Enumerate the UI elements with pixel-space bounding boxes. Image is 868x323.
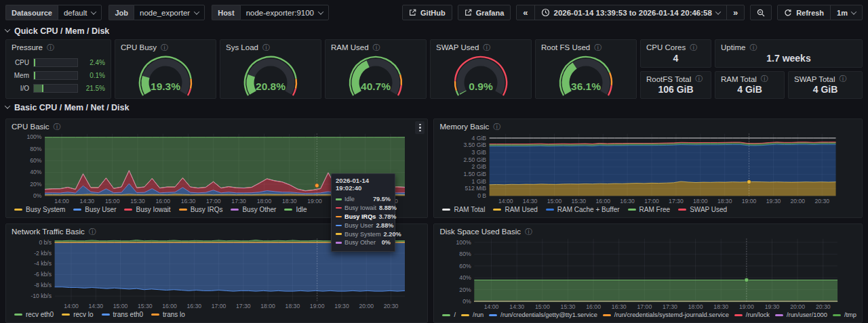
svg-text:16:00: 16:00 (596, 198, 611, 204)
legend-item-busy-iowait[interactable]: Busy Iowait (124, 206, 170, 213)
info-icon[interactable]: ⓘ (695, 75, 703, 83)
legend-series-name: Busy IRQs (191, 206, 223, 213)
legend-item-idle[interactable]: Idle (284, 206, 307, 213)
info-icon[interactable]: ⓘ (262, 44, 270, 51)
grafana-link-button[interactable]: Grafana (458, 5, 511, 20)
legend-item-tmp[interactable]: /tmp (833, 311, 856, 318)
info-icon[interactable]: ⓘ (89, 228, 96, 236)
row-quick-cpu-mem-disk[interactable]: Quick CPU / Mem / Disk (0, 22, 868, 39)
legend-series-name: Busy Other (242, 206, 276, 213)
svg-text:19:00: 19:00 (739, 303, 754, 310)
tooltip-row-busy-irqs: Busy IRQs3.78% (336, 213, 391, 221)
info-icon[interactable]: ⓘ (690, 44, 697, 51)
svg-text:40%: 40% (460, 274, 472, 281)
legend-series-name: / (454, 311, 456, 318)
svg-text:17:30: 17:30 (669, 198, 684, 204)
variable-host-dropdown[interactable]: node-exporter:9100 (240, 5, 329, 20)
svg-text:14:00: 14:00 (498, 198, 513, 204)
zoom-out-button[interactable] (750, 5, 772, 20)
legend-item-recv-eth0[interactable]: recv eth0 (14, 311, 54, 318)
info-icon[interactable]: ⓘ (749, 44, 757, 51)
panel-title-text: CPU Busy (121, 43, 157, 51)
legend-item-trans-lo[interactable]: trans lo (151, 311, 185, 318)
svg-text:14:00: 14:00 (64, 303, 79, 309)
legend-item-[interactable]: / (442, 311, 456, 318)
legend-item-trans-eth0[interactable]: trans eth0 (102, 311, 143, 318)
memory-basic-chart[interactable]: 4 GiB3.50 GiB3 GiB2.50 GiB2 GiB1.50 GiB1… (434, 131, 862, 205)
tooltip-row-idle: Idle79.5% (336, 195, 391, 204)
refresh-icon (784, 9, 792, 17)
panel-title-text: Sys Load (226, 43, 258, 51)
legend-item-run-lock[interactable]: /run/lock (734, 311, 770, 318)
panel-title-text: SWAP Total (794, 75, 835, 83)
pressure-bar-gauge (33, 84, 78, 93)
refresh-button[interactable]: Refresh (777, 5, 831, 20)
variable-job-dropdown[interactable]: node_exporter (134, 5, 205, 20)
variable-datasource-dropdown[interactable]: default (58, 5, 102, 20)
info-icon[interactable]: ⓘ (161, 44, 168, 51)
legend-item-recv-lo[interactable]: recv lo (62, 311, 93, 318)
info-icon[interactable]: ⓘ (493, 123, 500, 131)
double-right-arrow-icon: » (733, 8, 738, 17)
legend-item-busy-user[interactable]: Busy User (73, 206, 116, 213)
external-link-icon (465, 9, 472, 16)
svg-text:100%: 100% (26, 133, 41, 140)
legend-series-name: /run (473, 311, 484, 318)
legend-item-run[interactable]: /run (461, 311, 484, 318)
svg-text:16:30: 16:30 (181, 198, 196, 204)
legend-item-busy-system[interactable]: Busy System (14, 206, 65, 213)
time-range-picker[interactable]: 2026-01-14 13:39:53 to 2026-01-14 20:46:… (534, 5, 727, 20)
legend-item-run-credentials-systemd-journald-service[interactable]: /run/credentials/systemd-journald.servic… (603, 311, 729, 318)
info-icon[interactable]: ⓘ (47, 44, 54, 51)
refresh-interval-dropdown[interactable]: 1m (830, 5, 863, 20)
info-icon[interactable]: ⓘ (840, 75, 847, 83)
legend-series-name: Busy User (85, 206, 116, 213)
legend-item-busy-other[interactable]: Busy Other (231, 206, 276, 213)
svg-text:2 GiB: 2 GiB (472, 163, 487, 170)
svg-text:20:00: 20:00 (359, 303, 374, 309)
github-link-button[interactable]: GitHub (402, 5, 452, 20)
legend-series-color (62, 314, 70, 316)
legend-series-color (734, 314, 743, 316)
legend-series-name: RAM Total (454, 206, 485, 213)
legend-item-ram-used[interactable]: RAM Used (493, 206, 537, 213)
info-icon[interactable]: ⓘ (525, 228, 532, 236)
legend-item-swap-used[interactable]: SWAP Used (678, 206, 727, 213)
legend-series-color (628, 209, 636, 211)
time-shift-back-button[interactable]: « (516, 5, 534, 20)
svg-text:19:30: 19:30 (334, 303, 349, 309)
legend-series-color (461, 314, 469, 316)
legend-item-run-credentials-getty-tty1-service[interactable]: /run/credentials/getty@tty1.service (489, 311, 597, 318)
stat-value: 4 GiB (715, 83, 784, 99)
svg-text:15:00: 15:00 (535, 303, 550, 310)
info-icon[interactable]: ⓘ (54, 123, 61, 131)
legend-item-run-user-1000[interactable]: /run/user/1000 (775, 311, 827, 318)
info-icon[interactable]: ⓘ (483, 44, 490, 51)
legend-series-color (124, 209, 132, 211)
info-icon[interactable]: ⓘ (373, 44, 380, 51)
legend-item-busy-irqs[interactable]: Busy IRQs (179, 206, 223, 213)
panel-menu-kebab-icon[interactable] (415, 121, 425, 134)
chevron-down-icon (851, 9, 856, 14)
legend-item-ram-cache-buffer[interactable]: RAM Cache + Buffer (546, 206, 620, 213)
chevron-down-icon (5, 103, 10, 108)
row-basic-cpu-mem-net-disk[interactable]: Basic CPU / Mem / Net / Disk (0, 99, 868, 116)
info-icon[interactable]: ⓘ (594, 44, 601, 51)
pressure-bar-fill (34, 85, 43, 92)
legend-item-ram-free[interactable]: RAM Free (628, 206, 671, 213)
pressure-label: CPU (12, 59, 29, 66)
svg-text:19:00: 19:00 (310, 303, 325, 309)
panel-title: Disk Space Used Basic ⓘ (434, 224, 862, 236)
stats-column: CPU Coresⓘ4Uptimeⓘ1.7 weeks RootFS Total… (640, 39, 863, 99)
stat-ram-total: RAM Totalⓘ4 GiB (715, 71, 785, 100)
legend-series-name: Busy Iowait (136, 206, 170, 213)
legend-item-ram-total[interactable]: RAM Total (442, 206, 485, 213)
variable-value: node_exporter (140, 9, 190, 17)
disk-space-used-basic-chart[interactable]: 100%80%60%40%20%0%14:0014:3015:0015:3016… (434, 236, 862, 311)
variable-label: Host (212, 5, 239, 20)
svg-text:2.50 GiB: 2.50 GiB (464, 156, 487, 163)
time-shift-forward-button[interactable]: » (726, 5, 745, 20)
info-icon[interactable]: ⓘ (761, 75, 768, 83)
disk-space-used-basic-panel: Disk Space Used Basic ⓘ 100%80%60%40%20%… (433, 223, 863, 323)
chevron-down-icon (91, 9, 96, 14)
